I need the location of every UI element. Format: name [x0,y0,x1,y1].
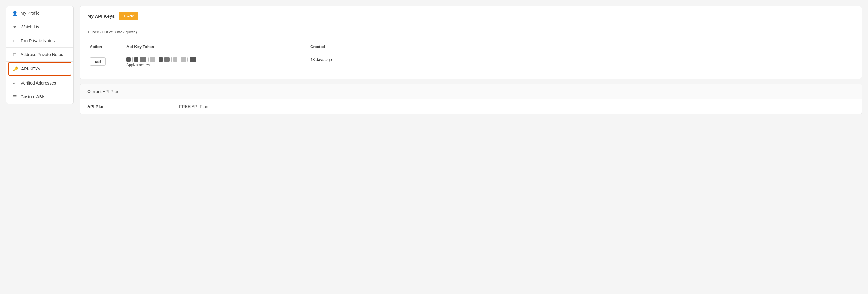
token-block [159,57,163,62]
add-button-label: Add [127,14,134,19]
token-block [179,57,180,62]
token-block [173,57,177,62]
api-plan-label: API Plan [87,104,179,109]
token-block [140,57,146,62]
created-cell: 43 days ago [308,53,854,72]
token-blocks [126,57,305,62]
api-keys-table-container: Action Api-Key Token Created Edit [80,41,862,79]
token-block [148,57,149,62]
api-keys-table: Action Api-Key Token Created Edit [87,41,854,71]
api-plan-value: FREE API Plan [179,104,208,109]
sidebar-item-label: Address Private Notes [21,52,63,57]
sidebar-item-label: Watch List [21,25,40,29]
key-icon: 🔑 [12,66,18,71]
col-header-action: Action [87,41,124,53]
sidebar-item-api-keys[interactable]: 🔑 API-KEYs [8,62,71,76]
token-block [181,57,186,62]
api-plan-row: API Plan FREE API Plan [80,99,862,114]
api-keys-title: My API Keys [87,13,115,19]
col-header-created: Created [308,41,854,53]
api-plan-header: Current API Plan [80,84,862,99]
sidebar-item-label: My Profile [21,11,39,15]
profile-icon: 👤 [12,11,18,15]
heart-icon: ♥ [12,25,18,29]
api-keys-header: My API Keys + Add [80,6,862,26]
token-block [164,57,170,62]
token-block [132,57,133,62]
token-block [171,57,172,62]
token-block [190,57,196,62]
edit-button[interactable]: Edit [90,57,106,66]
sidebar-item-verified-addresses[interactable]: ✓ Verified Addresses [6,76,73,90]
sidebar-item-my-profile[interactable]: 👤 My Profile [6,6,73,20]
add-api-key-button[interactable]: + Add [119,12,138,20]
sidebar-item-custom-abis[interactable]: ☰ Custom ABIs [6,90,73,103]
token-block [150,57,155,62]
token-cell: AppName: test [124,53,308,72]
api-keys-card: My API Keys + Add 1 used (Out of 3 max q… [80,6,862,79]
sidebar-item-address-private-notes[interactable]: □ Address Private Notes [6,48,73,62]
token-block [187,57,188,62]
token-block [134,57,138,62]
address-note-icon: □ [12,52,18,57]
sidebar-item-label: Verified Addresses [21,80,56,86]
sidebar-item-label: Custom ABIs [21,94,45,99]
sidebar-item-label: Txn Private Notes [21,38,55,43]
main-content: My API Keys + Add 1 used (Out of 3 max q… [80,6,862,288]
table-row: Edit [87,53,854,72]
token-block [126,57,131,62]
note-icon: □ [12,38,18,43]
quota-text: 1 used (Out of 3 max quota) [80,26,862,38]
api-plan-card: Current API Plan API Plan FREE API Plan [80,84,862,114]
verified-icon: ✓ [12,80,18,86]
sidebar-item-txn-private-notes[interactable]: □ Txn Private Notes [6,34,73,48]
token-block [156,57,157,62]
sidebar: 👤 My Profile ♥ Watch List □ Txn Private … [6,6,73,104]
abis-icon: ☰ [12,94,18,99]
plus-icon: + [123,14,126,19]
action-cell: Edit [87,53,124,72]
sidebar-item-label: API-KEYs [21,66,40,71]
sidebar-item-watch-list[interactable]: ♥ Watch List [6,20,73,34]
app-name: AppName: test [126,63,305,67]
col-header-token: Api-Key Token [124,41,308,53]
